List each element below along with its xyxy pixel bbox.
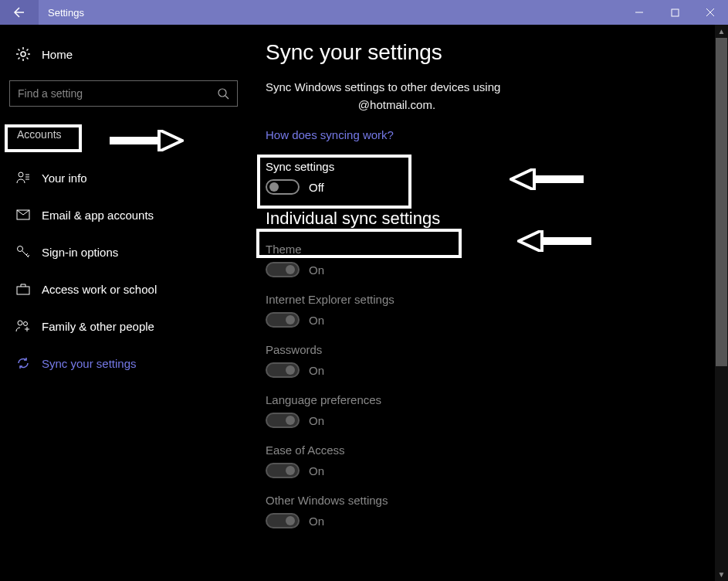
lang-block: Language preferences On [266,393,713,428]
sidebar: Home Accounts Your info Email & app acco… [0,25,247,581]
briefcase-icon [15,283,31,295]
theme-state: On [309,263,324,277]
key-icon [15,245,31,259]
search-box[interactable] [9,80,238,107]
gear-icon [15,46,31,62]
passwords-label: Passwords [266,343,713,356]
sidebar-item-family[interactable]: Family & other people [9,307,238,345]
window-title: Settings [48,7,84,19]
passwords-state: On [309,364,324,377]
individual-sync-title: Individual sync settings [266,209,713,229]
how-syncing-works-link[interactable]: How does syncing work? [266,128,394,141]
scrollbar-thumb[interactable] [716,38,727,366]
other-toggle[interactable] [266,513,300,528]
page-description-line2: @hotmail.com. [266,98,528,111]
sidebar-item-your-info[interactable]: Your info [9,159,238,196]
passwords-block: Passwords On [266,343,713,378]
ie-label: Internet Explorer settings [266,293,713,306]
category-label: Accounts [9,124,69,145]
back-button[interactable] [0,0,39,25]
sidebar-item-work[interactable]: Access work or school [9,270,238,307]
other-state: On [309,515,324,528]
minimize-button[interactable] [621,0,657,25]
scroll-down-arrow[interactable]: ▼ [715,568,728,581]
scroll-up-arrow[interactable]: ▲ [715,25,728,38]
sidebar-item-label: Email & app accounts [42,209,154,222]
passwords-toggle[interactable] [266,362,300,378]
lang-state: On [309,414,324,427]
theme-toggle[interactable] [266,262,300,277]
sidebar-item-label: Access work or school [42,283,157,296]
other-block: Other Windows settings On [266,494,713,528]
person-icon [15,171,31,185]
sync-settings-block: Sync settings Off [266,160,713,195]
svg-rect-11 [17,287,29,294]
sync-settings-label: Sync settings [266,160,713,173]
sidebar-item-label: Sign-in options [42,246,118,259]
sidebar-item-email[interactable]: Email & app accounts [9,196,238,233]
sidebar-item-signin[interactable]: Sign-in options [9,233,238,270]
ease-state: On [309,464,324,477]
ie-state: On [309,314,324,327]
home-label: Home [42,48,73,61]
home-nav[interactable]: Home [9,39,238,70]
ie-toggle[interactable] [266,312,300,328]
ease-block: Ease of Access On [266,443,713,478]
other-label: Other Windows settings [266,494,713,507]
page-title: Sync your settings [266,40,713,65]
main-content: Sync your settings Sync Windows settings… [247,25,728,581]
svg-line-4 [225,96,229,99]
svg-point-3 [218,89,226,97]
sync-settings-state: Off [309,181,324,194]
svg-point-2 [21,52,25,56]
maximize-button[interactable] [657,0,692,25]
title-bar: Settings [0,0,728,25]
sidebar-item-label: Your info [42,172,87,185]
lang-label: Language preferences [266,393,713,406]
people-icon [15,319,31,333]
sidebar-item-sync[interactable]: Sync your settings [9,345,238,382]
lang-toggle[interactable] [266,413,300,428]
sidebar-item-label: Family & other people [42,320,154,333]
page-description-line1: Sync Windows settings to other devices u… [266,79,528,95]
theme-block: Theme On [266,243,713,277]
vertical-scrollbar[interactable]: ▲ ▼ [715,25,728,581]
sync-settings-toggle[interactable] [266,179,300,195]
sync-icon [15,356,31,370]
ease-toggle[interactable] [266,463,300,478]
svg-point-12 [18,321,22,325]
close-button[interactable] [692,0,728,25]
mail-icon [15,209,31,220]
svg-point-13 [24,322,28,326]
theme-label: Theme [266,243,713,256]
search-icon [217,87,229,100]
ie-block: Internet Explorer settings On [266,293,713,328]
svg-rect-1 [672,9,679,16]
svg-point-5 [19,172,23,177]
ease-label: Ease of Access [266,443,713,457]
svg-point-10 [18,246,23,252]
search-input[interactable] [18,87,217,100]
sidebar-item-label: Sync your settings [42,357,137,370]
